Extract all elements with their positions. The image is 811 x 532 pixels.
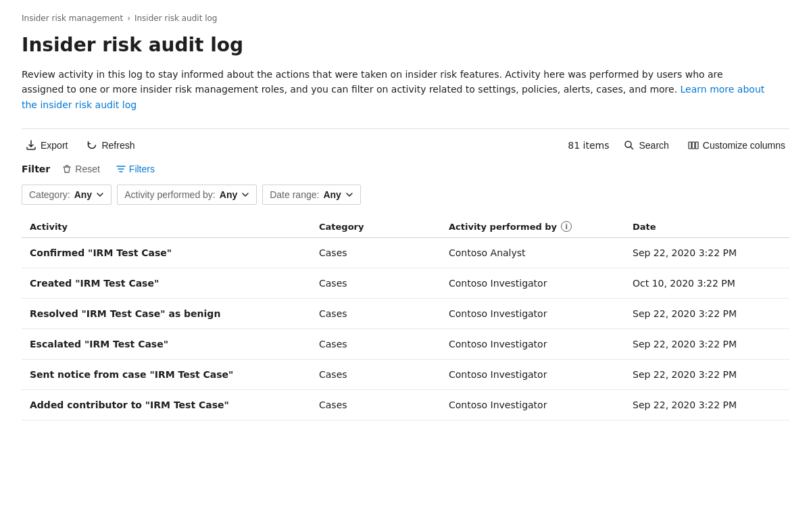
breadcrumb-parent[interactable]: Insider risk management [22, 14, 123, 23]
filters-icon [116, 164, 126, 174]
cell-activity: Sent notice from case "IRM Test Case" [30, 369, 311, 380]
toolbar: Export Refresh 81 items Search [22, 137, 789, 153]
column-header-activity: Activity [30, 221, 311, 232]
category-dropdown[interactable]: Category: Any [22, 185, 112, 205]
column-header-date: Date [633, 221, 781, 232]
cell-date: Sep 22, 2020 3:22 PM [633, 308, 781, 319]
items-count: 81 items [568, 140, 609, 151]
chevron-down-icon [96, 191, 104, 199]
cell-category: Cases [319, 369, 441, 380]
cell-category: Cases [319, 247, 441, 258]
cell-category: Cases [319, 339, 441, 349]
section-divider [22, 128, 789, 129]
search-icon [624, 140, 635, 151]
cell-date: Oct 10, 2020 3:22 PM [633, 278, 781, 289]
cell-performed-by: Contoso Investigator [449, 339, 624, 349]
table-row[interactable]: Added contributor to "IRM Test Case" Cas… [22, 390, 789, 420]
cell-performed-by: Contoso Analyst [449, 247, 624, 258]
table-row[interactable]: Escalated "IRM Test Case" Cases Contoso … [22, 329, 789, 360]
column-header-performed-by: Activity performed by i [449, 221, 624, 232]
table-row[interactable]: Resolved "IRM Test Case" as benign Cases… [22, 299, 789, 329]
toolbar-left: Export Refresh [22, 137, 139, 153]
audit-log-table: Activity Category Activity performed by … [22, 216, 789, 420]
table-row[interactable]: Confirmed "IRM Test Case" Cases Contoso … [22, 238, 789, 268]
reset-icon [62, 164, 72, 174]
cell-date: Sep 22, 2020 3:22 PM [633, 247, 781, 258]
breadcrumb-separator: › [127, 14, 130, 23]
cell-performed-by: Contoso Investigator [449, 308, 624, 319]
activity-performed-by-dropdown[interactable]: Activity performed by: Any [117, 185, 257, 205]
table-body: Confirmed "IRM Test Case" Cases Contoso … [22, 238, 789, 420]
cell-performed-by: Contoso Investigator [449, 278, 624, 289]
toolbar-right: 81 items Search Customize columns [568, 137, 789, 153]
cell-category: Cases [319, 400, 441, 410]
search-button[interactable]: Search [620, 137, 672, 153]
customize-columns-icon [688, 140, 699, 151]
page-description: Review activity in this log to stay info… [22, 67, 765, 112]
svg-rect-3 [695, 142, 698, 149]
export-icon [26, 140, 36, 151]
cell-performed-by: Contoso Investigator [449, 369, 624, 380]
cell-activity: Added contributor to "IRM Test Case" [30, 400, 311, 410]
cell-category: Cases [319, 278, 441, 289]
breadcrumb-current: Insider risk audit log [134, 14, 217, 23]
cell-activity: Resolved "IRM Test Case" as benign [30, 308, 311, 319]
export-button[interactable]: Export [22, 137, 72, 153]
cell-date: Sep 22, 2020 3:22 PM [633, 400, 781, 410]
cell-activity: Confirmed "IRM Test Case" [30, 247, 311, 258]
customize-columns-button[interactable]: Customize columns [684, 137, 789, 153]
filter-label: Filter [22, 164, 50, 174]
date-range-dropdown[interactable]: Date range: Any [262, 185, 361, 205]
filter-dropdowns: Category: Any Activity performed by: Any… [22, 185, 789, 205]
table-row[interactable]: Sent notice from case "IRM Test Case" Ca… [22, 360, 789, 390]
cell-activity: Created "IRM Test Case" [30, 278, 311, 289]
cell-performed-by: Contoso Investigator [449, 400, 624, 410]
performed-by-info-icon: i [561, 221, 572, 232]
breadcrumb: Insider risk management › Insider risk a… [22, 14, 789, 23]
chevron-down-icon [241, 191, 249, 199]
column-header-category: Category [319, 221, 441, 232]
reset-button[interactable]: Reset [58, 162, 104, 176]
table-header: Activity Category Activity performed by … [22, 216, 789, 238]
filters-button[interactable]: Filters [112, 162, 159, 176]
svg-rect-2 [692, 142, 695, 149]
page-title: Insider risk audit log [22, 34, 789, 56]
filter-row: Filter Reset Filters [22, 162, 789, 176]
chevron-down-icon [345, 191, 353, 199]
cell-category: Cases [319, 308, 441, 319]
cell-date: Sep 22, 2020 3:22 PM [633, 339, 781, 349]
cell-activity: Escalated "IRM Test Case" [30, 339, 311, 349]
refresh-button[interactable]: Refresh [82, 137, 139, 153]
cell-date: Sep 22, 2020 3:22 PM [633, 369, 781, 380]
svg-rect-1 [689, 142, 691, 149]
table-row[interactable]: Created "IRM Test Case" Cases Contoso In… [22, 268, 789, 299]
refresh-icon [87, 140, 97, 151]
